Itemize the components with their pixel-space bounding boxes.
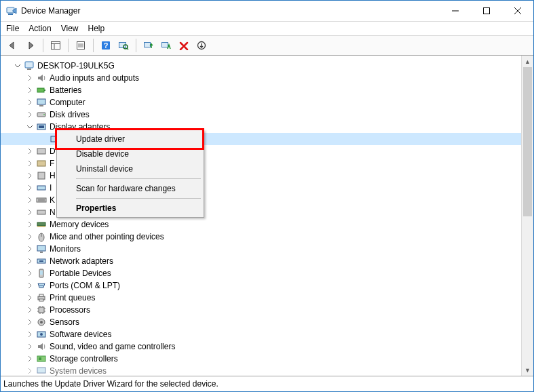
back-button[interactable] bbox=[5, 37, 21, 54]
menu-help[interactable]: Help bbox=[88, 24, 105, 33]
menu-action[interactable]: Action bbox=[28, 24, 51, 33]
expand-icon[interactable] bbox=[25, 159, 35, 168]
expand-icon[interactable] bbox=[25, 195, 35, 205]
context-menu: Update driver Disable device Uninstall d… bbox=[56, 130, 204, 218]
portable-device-icon bbox=[36, 268, 47, 279]
svg-rect-40 bbox=[37, 222, 45, 226]
forward-button[interactable] bbox=[22, 37, 39, 54]
svg-rect-3 bbox=[484, 8, 490, 14]
tree-node-label: Memory devices bbox=[50, 220, 109, 229]
tree-node-system-devices[interactable]: System devices bbox=[1, 365, 521, 376]
tree-node-disk-drives[interactable]: Disk drives bbox=[1, 109, 521, 121]
ctx-disable-device[interactable]: Disable device bbox=[58, 146, 202, 161]
ctx-uninstall-device[interactable]: Uninstall device bbox=[58, 161, 202, 176]
tree-node-monitors[interactable]: Monitors bbox=[1, 243, 521, 255]
menu-view[interactable]: View bbox=[61, 24, 79, 33]
tree-node-label: D bbox=[50, 146, 56, 156]
expand-icon[interactable] bbox=[25, 366, 35, 376]
expand-icon[interactable] bbox=[25, 269, 35, 278]
tree-node-audio[interactable]: Audio inputs and outputs bbox=[1, 72, 521, 84]
collapse-icon[interactable] bbox=[13, 61, 22, 71]
enable-device-button[interactable] bbox=[193, 37, 210, 54]
scan-hardware-button[interactable] bbox=[115, 37, 132, 54]
tree-node-print-queues[interactable]: Print queues bbox=[1, 292, 521, 304]
svg-point-56 bbox=[41, 285, 42, 286]
expand-icon[interactable] bbox=[25, 220, 35, 229]
maximize-button[interactable] bbox=[471, 1, 502, 21]
tree-node-sensors[interactable]: Sensors bbox=[1, 316, 521, 328]
expand-icon[interactable] bbox=[25, 171, 35, 180]
tree-node-portable-devices[interactable]: Portable Devices bbox=[1, 267, 521, 279]
audio-icon bbox=[36, 73, 47, 83]
expand-icon[interactable] bbox=[25, 98, 35, 107]
tree-node-network-adapters[interactable]: Network adapters bbox=[1, 255, 521, 267]
collapse-icon[interactable] bbox=[25, 122, 35, 132]
expand-icon[interactable] bbox=[25, 183, 35, 193]
expand-icon[interactable] bbox=[25, 342, 35, 351]
close-button[interactable] bbox=[502, 1, 533, 21]
svg-text:?: ? bbox=[104, 41, 109, 50]
device-icon bbox=[36, 146, 47, 157]
svg-rect-61 bbox=[39, 307, 44, 313]
scroll-up-button[interactable]: ▲ bbox=[522, 56, 533, 67]
tree-node-storage-controllers[interactable]: Storage controllers bbox=[1, 353, 521, 365]
keyboard-icon bbox=[36, 195, 47, 205]
expand-icon[interactable] bbox=[25, 146, 35, 156]
expand-icon[interactable] bbox=[25, 73, 35, 83]
minimize-button[interactable] bbox=[440, 1, 471, 21]
expand-icon[interactable] bbox=[25, 330, 35, 339]
ctx-properties[interactable]: Properties bbox=[58, 201, 202, 216]
menu-file[interactable]: File bbox=[6, 24, 19, 33]
expand-icon[interactable] bbox=[25, 110, 35, 119]
svg-rect-22 bbox=[27, 68, 31, 70]
tree-node-label: Monitors bbox=[50, 244, 81, 254]
disable-device-button[interactable] bbox=[158, 37, 174, 54]
tree-root-label: DESKTOP-19ULK5G bbox=[37, 61, 115, 71]
expand-icon[interactable] bbox=[25, 256, 35, 266]
sensor-icon bbox=[36, 317, 47, 328]
show-hide-console-tree-button[interactable] bbox=[47, 37, 64, 54]
ctx-update-driver[interactable]: Update driver bbox=[58, 132, 202, 146]
expand-icon[interactable] bbox=[25, 208, 35, 217]
scroll-track[interactable] bbox=[522, 67, 533, 364]
toolbar-separator bbox=[43, 39, 43, 52]
tree-node-ports[interactable]: Ports (COM & LPT) bbox=[1, 279, 521, 292]
expand-icon[interactable] bbox=[25, 354, 35, 364]
expand-icon[interactable] bbox=[25, 317, 35, 327]
expand-icon[interactable] bbox=[25, 85, 35, 95]
expand-icon[interactable] bbox=[25, 232, 35, 241]
svg-rect-24 bbox=[44, 90, 45, 91]
ctx-scan-hardware[interactable]: Scan for hardware changes bbox=[58, 181, 202, 196]
status-text: Launches the Update Driver Wizard for th… bbox=[3, 379, 218, 389]
tree-root[interactable]: DESKTOP-19ULK5G bbox=[1, 60, 521, 72]
toolbar-separator bbox=[136, 39, 136, 52]
device-tree[interactable]: DESKTOP-19ULK5G Audio inputs and outputs… bbox=[1, 56, 521, 376]
update-driver-button[interactable] bbox=[140, 37, 157, 54]
svg-rect-76 bbox=[37, 368, 45, 373]
tree-node-sound-video[interactable]: Sound, video and game controllers bbox=[1, 340, 521, 353]
tree-node-computer[interactable]: Computer bbox=[1, 96, 521, 109]
menu-bar: File Action View Help bbox=[1, 22, 533, 36]
help-button[interactable]: ? bbox=[98, 37, 114, 54]
expand-icon[interactable] bbox=[25, 293, 35, 302]
scroll-thumb[interactable] bbox=[523, 67, 532, 216]
tree-node-mice[interactable]: Mice and other pointing devices bbox=[1, 231, 521, 243]
tree-node-batteries[interactable]: Batteries bbox=[1, 84, 521, 96]
tree-node-label: Processors bbox=[50, 305, 90, 315]
scroll-down-button[interactable]: ▼ bbox=[522, 364, 533, 376]
tree-node-processors[interactable]: Processors bbox=[1, 304, 521, 316]
vertical-scrollbar[interactable]: ▲ ▼ bbox=[521, 56, 533, 376]
uninstall-device-button[interactable] bbox=[176, 37, 192, 54]
tree-node-memory-devices[interactable]: Memory devices bbox=[1, 218, 521, 231]
expand-icon[interactable] bbox=[25, 281, 35, 290]
tree-node-software-devices[interactable]: Software devices bbox=[1, 328, 521, 340]
computer-icon bbox=[24, 60, 35, 71]
mouse-icon bbox=[36, 231, 47, 242]
properties-button[interactable] bbox=[73, 37, 89, 54]
tree-node-label: F bbox=[50, 159, 54, 168]
tree-node-label: Portable Devices bbox=[50, 269, 111, 278]
expand-icon[interactable] bbox=[25, 305, 35, 315]
svg-rect-52 bbox=[39, 260, 43, 262]
svg-rect-54 bbox=[40, 271, 43, 275]
expand-icon[interactable] bbox=[25, 244, 35, 254]
